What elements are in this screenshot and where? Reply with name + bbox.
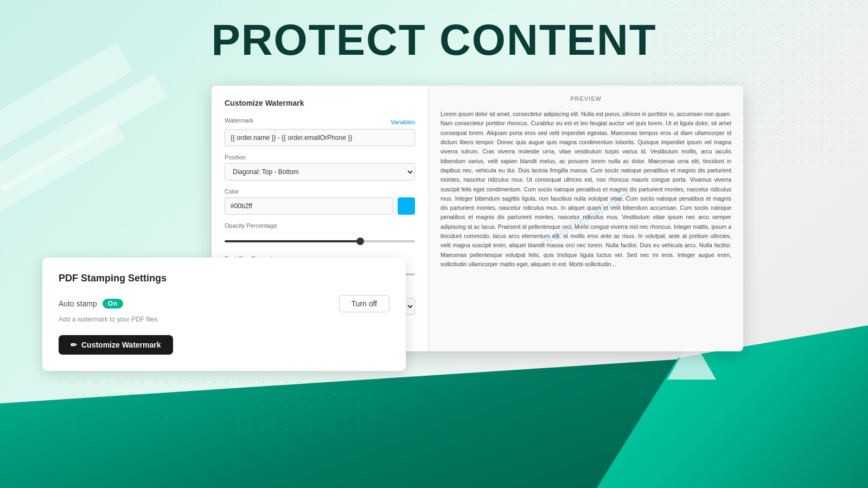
opacity-field-group: Opacity Percentage	[225, 222, 415, 248]
color-swatch[interactable]	[398, 197, 415, 215]
opacity-slider-container	[225, 232, 415, 248]
auto-stamp-label: Auto stamp	[59, 299, 97, 308]
stamp-row: Auto stamp On Turn off	[59, 295, 390, 312]
watermark-input[interactable]	[225, 129, 415, 146]
opacity-slider[interactable]	[225, 240, 415, 242]
page-title: PROTECT CONTENT	[0, 15, 868, 65]
stamp-description: Add a watermark to your PDF files	[59, 316, 390, 323]
stamp-card-title: PDF Stamping Settings	[59, 273, 390, 284]
color-input[interactable]	[225, 197, 393, 215]
color-row	[225, 197, 415, 215]
position-select[interactable]: Diagonal: Top - Bottom	[225, 163, 415, 181]
customize-watermark-button[interactable]: ✏ Customize Watermark	[59, 335, 173, 355]
position-label: Position	[225, 154, 415, 160]
preview-text: Lorem ipsum dolor sit amet, consectetur …	[441, 110, 731, 269]
form-panel-title: Customize Watermark	[225, 99, 415, 107]
preview-label: PREVIEW	[441, 95, 731, 102]
turn-off-button[interactable]: Turn off	[339, 295, 390, 312]
stamp-settings-card: PDF Stamping Settings Auto stamp On Turn…	[42, 258, 406, 371]
preview-panel: PREVIEW Lorem ipsum dolor sit amet, cons…	[429, 86, 743, 351]
color-field-group: Color	[225, 188, 415, 215]
auto-stamp-row: Auto stamp On	[59, 299, 123, 309]
customize-watermark-label: Customize Watermark	[81, 341, 161, 349]
variables-link[interactable]: Variables	[391, 119, 415, 125]
watermark-field-group: Watermark Variables	[225, 117, 415, 146]
opacity-label: Opacity Percentage	[225, 222, 415, 229]
position-field-group: Position Diagonal: Top - Bottom	[225, 154, 415, 181]
customize-watermark-icon: ✏	[71, 341, 77, 349]
color-label: Color	[225, 188, 415, 195]
on-badge: On	[103, 299, 123, 309]
watermark-label: Watermark	[225, 117, 253, 124]
